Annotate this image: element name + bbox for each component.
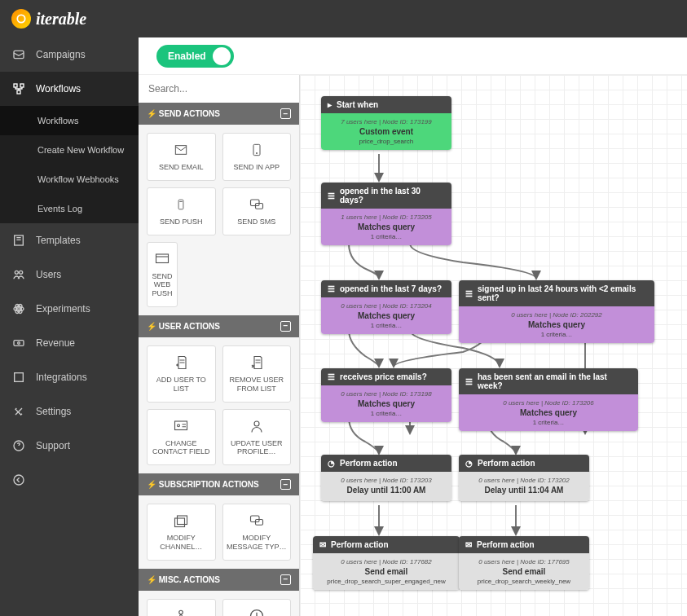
palette-section-user[interactable]: ⚡ USER ACTIONS − — [139, 315, 299, 337]
collapse-icon[interactable]: − — [280, 479, 291, 490]
svg-rect-1 — [14, 51, 24, 58]
tile-send-webpush[interactable]: SEND WEB PUSH — [147, 242, 178, 307]
svg-rect-12 — [14, 341, 24, 346]
tile-change-field[interactable]: CHANGE CONTACT FIELD — [147, 409, 216, 466]
palette-section-misc[interactable]: ⚡ MISC. ACTIONS − — [139, 569, 299, 591]
filter-icon: ☰ — [328, 284, 335, 293]
delay-icon — [249, 608, 265, 616]
email-icon — [172, 142, 190, 158]
brand-logo[interactable]: iterable — [11, 9, 86, 29]
msgtype-icon — [248, 513, 266, 529]
sidebar-label: Users — [36, 269, 61, 280]
contact-icon — [172, 418, 190, 434]
svg-point-26 — [254, 421, 259, 426]
brand-name: iterable — [36, 10, 86, 29]
svg-rect-23 — [156, 254, 169, 263]
sidebar-label: Integrations — [36, 372, 87, 383]
sidebar-item-revenue[interactable]: Revenue — [0, 326, 139, 360]
search-input[interactable] — [139, 75, 299, 103]
svg-point-6 — [15, 271, 18, 274]
sidebar-item-experiments[interactable]: Experiments — [0, 292, 139, 326]
users-icon — [11, 267, 26, 282]
node-q1[interactable]: ☰opened in the last 30 days? 1 users her… — [321, 183, 451, 245]
subnav-create[interactable]: Create New Workflow — [0, 135, 139, 165]
sidebar-label: Support — [36, 440, 70, 451]
sidebar-item-users[interactable]: Users — [0, 257, 139, 292]
webhook-icon — [172, 608, 190, 616]
subnav-events-log[interactable]: Events Log — [0, 194, 139, 223]
sidebar-label: Workflows — [36, 83, 81, 95]
megaphone-icon — [11, 47, 26, 62]
tile-send-inapp[interactable]: SEND IN APP — [222, 133, 292, 181]
svg-point-16 — [14, 475, 24, 485]
node-a1[interactable]: ◔Perform action 0 users here | Node ID: … — [321, 455, 451, 501]
sidebar-label: Revenue — [36, 337, 75, 349]
tile-send-sms[interactable]: SEND SMS — [222, 187, 292, 235]
collapse-icon[interactable]: − — [280, 321, 291, 332]
content-top: Enabled — [139, 37, 687, 75]
svg-point-33 — [179, 610, 183, 614]
push-icon — [175, 196, 187, 213]
node-start[interactable]: ▸Start when 7 users here | Node ID: 1731… — [321, 96, 451, 150]
svg-point-0 — [17, 15, 24, 22]
filter-icon: ☰ — [465, 377, 473, 386]
clock-icon: ◔ — [328, 459, 335, 468]
sidebar-label: Settings — [36, 406, 71, 417]
node-q3[interactable]: ☰signed up in last 24 hours with <2 emai… — [459, 280, 654, 343]
play-icon: ▸ — [328, 100, 332, 109]
tile-update-profile[interactable]: UPDATE USER PROFILE… — [222, 409, 292, 466]
tile-modify-msgtype[interactable]: MODIFY MESSAGE TYP… — [222, 504, 292, 561]
palette-section-subscription[interactable]: ⚡ SUBSCRIPTION ACTIONS − — [139, 473, 299, 495]
node-a2[interactable]: ◔Perform action 0 users here | Node ID: … — [459, 455, 589, 501]
sidebar-item-templates[interactable]: Templates — [0, 223, 139, 257]
svg-point-25 — [178, 424, 180, 426]
sidebar-collapse[interactable] — [0, 463, 139, 497]
remove-user-icon — [249, 354, 264, 371]
clock-icon: ◔ — [465, 459, 473, 468]
tile-add-user[interactable]: ADD USER TO LIST — [147, 345, 216, 403]
svg-rect-28 — [175, 518, 185, 527]
inapp-icon — [250, 142, 263, 158]
svg-rect-21 — [250, 200, 259, 206]
svg-rect-2 — [14, 84, 17, 87]
settings-icon — [11, 404, 26, 419]
enable-toggle[interactable]: Enabled — [156, 45, 234, 68]
node-q2[interactable]: ☰opened in the last 7 days? 0 users here… — [321, 280, 451, 334]
node-q5[interactable]: ☰has been sent an email in the last week… — [459, 368, 638, 431]
sidebar-item-integrations[interactable]: Integrations — [0, 360, 139, 394]
collapse-icon[interactable]: − — [280, 574, 291, 585]
tile-send-email[interactable]: SEND EMAIL — [147, 133, 216, 181]
svg-point-19 — [256, 152, 257, 153]
workflow-connections — [300, 75, 687, 616]
subnav-webhooks[interactable]: Workflow Webhooks — [0, 165, 139, 194]
tile-delay[interactable]: DELAY — [222, 599, 292, 616]
sidebar-label: Templates — [36, 235, 81, 246]
svg-rect-4 — [17, 90, 20, 94]
sidebar-item-support[interactable]: Support — [0, 429, 139, 463]
sidebar: Campaigns Workflows Workflows Create New… — [0, 37, 139, 616]
tile-modify-channel[interactable]: MODIFY CHANNEL… — [147, 504, 216, 561]
collapse-icon[interactable]: − — [280, 108, 291, 119]
node-a4[interactable]: ✉Perform action 0 users here | Node ID: … — [459, 536, 589, 590]
integrations-icon — [11, 370, 26, 385]
tile-call-webhook[interactable]: CALL WEBHOOK — [147, 599, 216, 616]
svg-rect-29 — [250, 516, 259, 522]
tile-remove-user[interactable]: REMOVE USER FROM LIST — [222, 345, 292, 403]
filter-icon: ☰ — [328, 372, 335, 381]
chevron-left-icon — [11, 473, 26, 487]
canvas[interactable]: ▸Start when 7 users here | Node ID: 1731… — [300, 75, 687, 616]
svg-rect-24 — [175, 421, 187, 430]
node-a3[interactable]: ✉Perform action 0 users here | Node ID: … — [313, 536, 460, 590]
sidebar-item-workflows[interactable]: Workflows — [0, 72, 139, 106]
filter-icon: ☰ — [465, 289, 473, 298]
svg-rect-17 — [176, 146, 187, 155]
palette-section-send[interactable]: ⚡ SEND ACTIONS − — [139, 103, 299, 125]
workflow-icon — [11, 81, 26, 96]
tile-send-push[interactable]: SEND PUSH — [147, 187, 216, 235]
sidebar-item-settings[interactable]: Settings — [0, 394, 139, 429]
svg-rect-14 — [15, 373, 24, 382]
sidebar-item-campaigns[interactable]: Campaigns — [0, 37, 139, 72]
node-q4[interactable]: ☰receives price emails? 0 users here | N… — [321, 368, 451, 422]
svg-point-7 — [20, 271, 23, 274]
subnav-workflows[interactable]: Workflows — [0, 106, 139, 135]
